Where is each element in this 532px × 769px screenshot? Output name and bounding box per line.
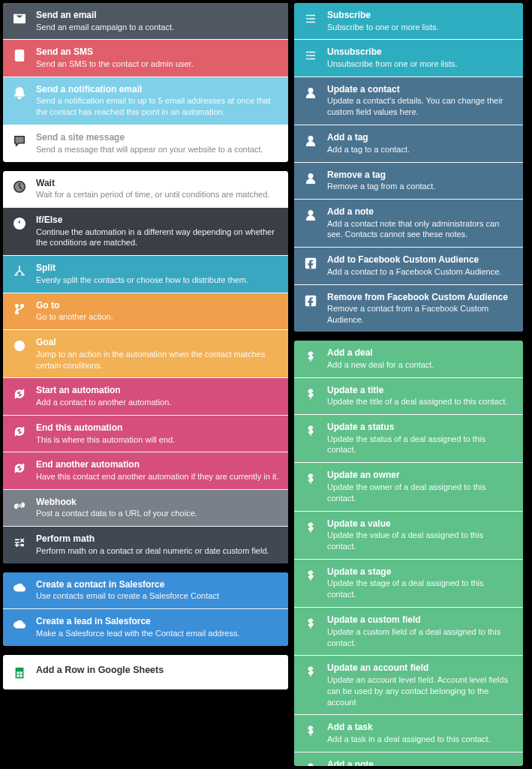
dollar-icon bbox=[303, 568, 318, 583]
action-item[interactable]: Create a lead in SalesforceMake a Salesf… bbox=[3, 609, 288, 645]
action-item[interactable]: Create a contact in SalesforceUse contac… bbox=[3, 572, 288, 608]
item-desc: Unsubscribe from one or more lists. bbox=[327, 59, 514, 70]
item-text: Start an automationAdd a contact to anot… bbox=[36, 385, 279, 407]
action-item[interactable]: WebhookPost a contact data to a URL of y… bbox=[3, 490, 288, 526]
item-text: SplitEvenly split the contacts or choose… bbox=[36, 263, 279, 285]
item-title: Update a contact bbox=[327, 84, 514, 96]
item-title: End this automation bbox=[36, 422, 279, 434]
item-desc: Add a new deal for a contact. bbox=[327, 359, 514, 371]
item-desc: Perform math on a contact or deal numeri… bbox=[36, 545, 279, 557]
action-item[interactable]: Go toGo to another action. bbox=[3, 293, 288, 329]
action-item[interactable]: Add a noteAdd a note in a deal assigned … bbox=[294, 752, 523, 766]
dollar-icon bbox=[303, 761, 318, 766]
action-item[interactable]: If/ElseContinue the automation in a diff… bbox=[3, 208, 288, 255]
facebook-icon bbox=[303, 293, 318, 308]
action-item[interactable]: Update a statusUpdate the status of a de… bbox=[294, 415, 523, 462]
item-text: Perform mathPerform math on a contact or… bbox=[36, 533, 279, 556]
item-title: Update a stage bbox=[327, 566, 514, 578]
action-item[interactable]: Add a Row in Google Sheets bbox=[3, 655, 288, 689]
item-title: Update a custom field bbox=[327, 614, 514, 626]
item-text: WaitWait for a certain period of time, o… bbox=[36, 178, 279, 200]
item-desc: Go to another action. bbox=[36, 311, 279, 323]
action-item[interactable]: Send an SMSSend an SMS to the contact or… bbox=[3, 40, 288, 76]
person-icon bbox=[303, 86, 318, 101]
item-text: Add a noteAdd a contact note that only a… bbox=[327, 206, 514, 240]
phone-icon bbox=[12, 48, 27, 63]
action-item[interactable]: Add to Facebook Custom AudienceAdd a con… bbox=[294, 248, 523, 284]
item-text: Add to Facebook Custom AudienceAdd a con… bbox=[327, 254, 514, 277]
action-item[interactable]: Update a contactUpdate a contact's detai… bbox=[294, 77, 523, 125]
action-item[interactable]: SubscribeSubscribe to one or more lists. bbox=[294, 3, 523, 39]
item-desc: Add a contact to another automation. bbox=[36, 397, 279, 408]
item-text: Update a custom fieldUpdate a custom fie… bbox=[327, 614, 514, 648]
action-item[interactable]: Update a valueUpdate the value of a deal… bbox=[294, 512, 523, 559]
item-text: Create a contact in SalesforceUse contac… bbox=[36, 579, 279, 602]
panel-salesforce: Create a contact in SalesforceUse contac… bbox=[3, 572, 288, 646]
item-desc: Jump to an action in the automation when… bbox=[36, 349, 279, 371]
item-title: Create a lead in Salesforce bbox=[36, 616, 279, 628]
action-item[interactable]: Send a site messageSend a message that w… bbox=[3, 125, 288, 161]
action-item[interactable]: Update an account fieldUpdate an account… bbox=[294, 656, 523, 714]
action-item[interactable]: SplitEvenly split the contacts or choose… bbox=[3, 256, 288, 292]
item-desc: Add a tag to a contact. bbox=[327, 144, 514, 155]
item-title: Send an email bbox=[36, 10, 279, 22]
item-title: Remove from Facebook Custom Audience bbox=[327, 292, 514, 304]
action-item[interactable]: GoalJump to an action in the automation … bbox=[3, 330, 288, 377]
item-title: Add a tag bbox=[327, 132, 514, 144]
action-item[interactable]: Remove a tagRemove a tag from a contact. bbox=[294, 163, 523, 199]
action-item[interactable]: Update an ownerUpdate the owner of a dea… bbox=[294, 463, 523, 510]
action-item[interactable]: Add a tagAdd a tag to a contact. bbox=[294, 125, 523, 161]
item-desc: Send an SMS to the contact or admin user… bbox=[36, 59, 279, 70]
action-item[interactable]: Start an automationAdd a contact to anot… bbox=[3, 378, 288, 414]
item-desc: Update the stage of a deal assigned to t… bbox=[327, 578, 514, 600]
action-item[interactable]: Perform mathPerform math on a contact or… bbox=[3, 527, 288, 563]
item-text: Update a valueUpdate the value of a deal… bbox=[327, 518, 514, 552]
item-desc: Update a contact's details. You can chan… bbox=[327, 95, 514, 118]
item-title: Add a note bbox=[327, 206, 514, 218]
action-item[interactable]: Add a dealAdd a new deal for a contact. bbox=[294, 341, 523, 377]
refresh-icon bbox=[12, 461, 27, 476]
action-item[interactable]: Add a taskAdd a task in a deal assigned … bbox=[294, 715, 523, 751]
split-icon bbox=[12, 264, 27, 279]
action-item[interactable]: Add a noteAdd a contact note that only a… bbox=[294, 200, 523, 247]
branch-icon bbox=[12, 302, 27, 317]
dollar-icon bbox=[303, 723, 318, 738]
item-desc: Continue the automation in a different w… bbox=[36, 227, 279, 249]
action-item[interactable]: End this automationThis is where this au… bbox=[3, 416, 288, 452]
item-title: Unsubscribe bbox=[327, 47, 514, 59]
action-item[interactable]: Update a titleUpdate the title of a deal… bbox=[294, 378, 523, 414]
item-desc: Update an account level field. Account l… bbox=[327, 674, 514, 708]
item-desc: This is where this automation will end. bbox=[36, 434, 279, 446]
action-item[interactable]: Send an emailSend an email campaign to a… bbox=[3, 3, 288, 39]
item-title: Wait bbox=[36, 178, 279, 190]
action-item[interactable]: Update a custom fieldUpdate a custom fie… bbox=[294, 608, 523, 655]
action-item[interactable]: End another automationHave this contact … bbox=[3, 452, 288, 488]
item-text: Add a Row in Google Sheets bbox=[36, 664, 279, 676]
item-desc: Update a custom field of a deal assigned… bbox=[327, 626, 514, 649]
item-text: Remove from Facebook Custom AudienceRemo… bbox=[327, 292, 514, 326]
panel-contacts: SubscribeSubscribe to one or more lists.… bbox=[294, 3, 523, 332]
action-item[interactable]: WaitWait for a certain period of time, o… bbox=[3, 171, 288, 207]
item-title: Create a contact in Salesforce bbox=[36, 579, 279, 591]
item-desc: Wait for a certain period of time, or un… bbox=[36, 189, 279, 200]
item-text: Update a statusUpdate the status of a de… bbox=[327, 422, 514, 455]
list-icon bbox=[303, 48, 318, 63]
item-text: End another automationHave this contact … bbox=[36, 459, 279, 482]
item-text: Send a site messageSend a message that w… bbox=[36, 132, 279, 155]
item-text: Update an ownerUpdate the owner of a dea… bbox=[327, 470, 514, 503]
item-title: Goal bbox=[36, 337, 279, 349]
item-text: Add a tagAdd a tag to a contact. bbox=[327, 132, 514, 155]
action-item[interactable]: UnsubscribeUnsubscribe from one or more … bbox=[294, 40, 523, 76]
dollar-icon bbox=[303, 616, 318, 631]
item-desc: Update the status of a deal assigned to … bbox=[327, 434, 514, 456]
action-item[interactable]: Send a notification emailSend a notifica… bbox=[3, 77, 288, 125]
item-desc: Update the title of a deal assigned to t… bbox=[327, 396, 514, 407]
item-text: Add a taskAdd a task in a deal assigned … bbox=[327, 722, 514, 744]
item-desc: Remove a contact from a Facebook Custom … bbox=[327, 303, 514, 326]
action-item[interactable]: Remove from Facebook Custom AudienceRemo… bbox=[294, 285, 523, 332]
item-title: End another automation bbox=[36, 459, 279, 471]
action-item[interactable]: Update a stageUpdate the stage of a deal… bbox=[294, 560, 523, 607]
item-title: Add a deal bbox=[327, 347, 514, 359]
cloud-icon bbox=[12, 581, 27, 596]
item-desc: Add a contact note that only administrat… bbox=[327, 218, 514, 241]
